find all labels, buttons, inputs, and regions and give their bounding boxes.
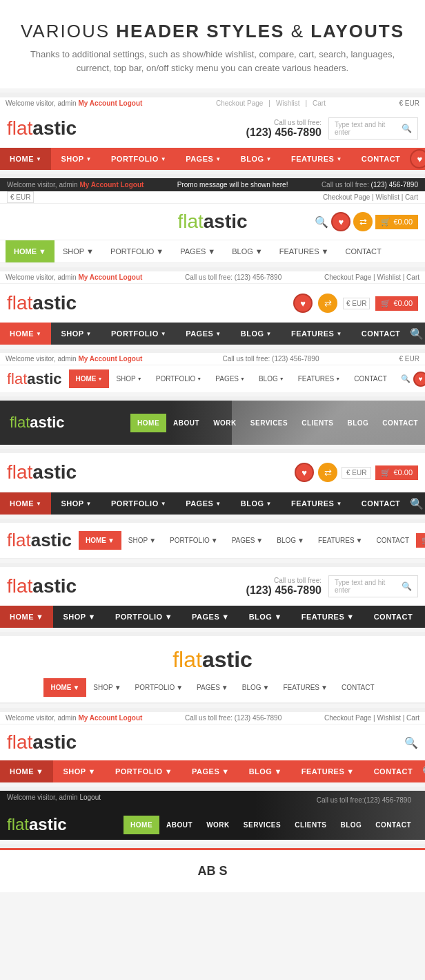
- h2-account-link[interactable]: My Account Logout: [79, 181, 144, 189]
- search-icon[interactable]: 🔍: [402, 124, 412, 133]
- nav-pages[interactable]: PAGES ▼: [176, 148, 231, 170]
- nav-shop[interactable]: SHOP ▼: [86, 678, 128, 697]
- cart-widget[interactable]: 🛒 €0.00: [375, 296, 418, 311]
- search-icon[interactable]: 🔍: [422, 765, 425, 778]
- wishlist-link[interactable]: Wishlist: [276, 99, 299, 107]
- nav-contact[interactable]: CONTACT: [352, 323, 410, 345]
- nav-home[interactable]: HOME: [123, 816, 159, 834]
- search-icon[interactable]: 🔍: [315, 215, 328, 229]
- nav-home[interactable]: HOME ▼: [43, 678, 86, 697]
- nav-features[interactable]: FEATURES ▼: [281, 323, 352, 345]
- nav-blog[interactable]: BLOG ▼: [235, 678, 277, 697]
- nav-services[interactable]: Services: [237, 816, 288, 834]
- nav-home[interactable]: HOME: [130, 414, 166, 432]
- nav-shop[interactable]: SHOP ▼: [51, 492, 101, 515]
- nav-features[interactable]: FEATURES ▼: [292, 606, 364, 628]
- h1-account-link[interactable]: My Account Logout: [78, 99, 142, 107]
- nav-blog[interactable]: BLOG ▼: [231, 492, 281, 515]
- wishlist-icon[interactable]: ♥: [293, 294, 313, 313]
- cart-link[interactable]: Cart: [313, 99, 326, 107]
- nav-work[interactable]: WORK: [199, 816, 237, 834]
- nav-about[interactable]: ABOUT: [166, 414, 206, 432]
- nav-shop[interactable]: SHOP ▼: [51, 148, 101, 170]
- cart-widget[interactable]: 🛒 €0.00: [375, 465, 418, 480]
- nav-pages[interactable]: PAGES ▼: [176, 492, 231, 515]
- nav-clients[interactable]: CLIENTS: [288, 816, 333, 834]
- nav-contact[interactable]: CONTACT: [352, 148, 410, 170]
- nav-features[interactable]: FEATURES ▼: [276, 678, 335, 697]
- nav-contact[interactable]: CONTACT: [347, 369, 394, 388]
- cart-widget[interactable]: 🛒 €0.00: [375, 215, 418, 229]
- nav-features[interactable]: FEATURES ▼: [292, 760, 364, 782]
- nav-pages[interactable]: PAGES ▼: [225, 531, 270, 550]
- nav-blog[interactable]: BLOG ▼: [224, 240, 270, 262]
- wishlist-icon[interactable]: ♥: [410, 149, 425, 169]
- h3-account-link[interactable]: My Account Logout: [78, 273, 142, 281]
- compare-icon[interactable]: ⇄: [318, 463, 337, 482]
- nav-home[interactable]: HOME ▼: [0, 492, 51, 515]
- nav-portfolio[interactable]: PORTFOLIO ▼: [101, 148, 176, 170]
- nav-home[interactable]: HOME ▼: [0, 606, 53, 628]
- nav-contact[interactable]: CONTACT: [364, 760, 422, 782]
- wishlist-icon[interactable]: ♥: [413, 372, 425, 387]
- search-icon[interactable]: 🔍: [410, 497, 425, 510]
- nav-portfolio[interactable]: PORTFOLIO ▼: [101, 323, 176, 345]
- nav-pages[interactable]: PAGES ▼: [182, 760, 239, 782]
- nav-shop[interactable]: SHOP ▼: [53, 760, 106, 782]
- nav-home[interactable]: HOME ▼: [0, 760, 53, 782]
- nav-features[interactable]: FEATURES ▼: [311, 531, 370, 550]
- nav-pages[interactable]: PAGES ▼: [190, 678, 235, 697]
- nav-blog[interactable]: BLOG ▼: [239, 606, 292, 628]
- nav-home[interactable]: HOME ▼: [79, 531, 121, 550]
- nav-contact[interactable]: CONTACT: [352, 492, 410, 515]
- nav-contact[interactable]: CONTACT: [364, 606, 422, 628]
- cart-widget[interactable]: 🛒 €0.00: [416, 533, 425, 548]
- nav-portfolio[interactable]: PORTFOLIO ▼: [106, 606, 182, 628]
- h10-account-link[interactable]: My Account Logout: [78, 714, 142, 722]
- wishlist-icon[interactable]: ♥: [331, 212, 350, 231]
- nav-contact[interactable]: CONTACT: [335, 678, 382, 697]
- nav-contact[interactable]: CONTACT: [375, 414, 425, 432]
- nav-shop[interactable]: SHOP ▼: [121, 531, 163, 550]
- nav-features[interactable]: FEATURES ▼: [271, 240, 337, 262]
- nav-shop[interactable]: SHOP ▼: [55, 240, 102, 262]
- nav-home[interactable]: HOME ▼: [69, 369, 110, 388]
- nav-portfolio[interactable]: PORTFOLIO ▼: [163, 531, 225, 550]
- nav-services[interactable]: Services: [244, 414, 295, 432]
- nav-shop[interactable]: SHOP ▼: [53, 606, 106, 628]
- nav-portfolio[interactable]: PORTFOLIO ▼: [101, 492, 176, 515]
- nav-blog[interactable]: BLOG ▼: [231, 323, 281, 345]
- h1-search[interactable]: Type text and hit enter 🔍: [328, 117, 418, 140]
- compare-icon[interactable]: ⇄: [318, 294, 337, 313]
- nav-contact[interactable]: CONTACT: [369, 531, 416, 550]
- h4-account-link[interactable]: My Account Logout: [78, 355, 142, 363]
- nav-home[interactable]: HOME ▼: [0, 323, 51, 345]
- nav-portfolio[interactable]: PORTFOLIO ▼: [102, 240, 172, 262]
- nav-blog[interactable]: BLOG ▼: [231, 148, 281, 170]
- nav-features[interactable]: FEATURES ▼: [281, 148, 352, 170]
- nav-blog[interactable]: BLOG ▼: [252, 369, 291, 388]
- nav-pages[interactable]: PAGES ▼: [208, 369, 252, 388]
- nav-contact[interactable]: CONTACT: [368, 816, 418, 834]
- search-icon[interactable]: 🔍: [401, 374, 411, 383]
- nav-pages[interactable]: PAGES ▼: [176, 323, 231, 345]
- compare-icon[interactable]: ⇄: [353, 212, 373, 231]
- nav-features[interactable]: FEATURES ▼: [281, 492, 352, 515]
- nav-blog[interactable]: BLOG: [340, 414, 375, 432]
- nav-shop[interactable]: SHOP ▼: [51, 323, 101, 345]
- nav-blog[interactable]: BLOG ▼: [239, 760, 292, 782]
- nav-clients[interactable]: CLIENTS: [295, 414, 340, 432]
- wishlist-icon[interactable]: ♥: [295, 463, 314, 482]
- nav-pages[interactable]: PAGES ▼: [182, 606, 239, 628]
- nav-pages[interactable]: PAGES ▼: [172, 240, 224, 262]
- nav-blog[interactable]: BLOG ▼: [270, 531, 311, 550]
- nav-portfolio[interactable]: PORTFOLIO ▼: [128, 678, 190, 697]
- nav-portfolio[interactable]: PORTFOLIO ▼: [106, 760, 182, 782]
- checkout-link[interactable]: Checkout Page: [216, 99, 263, 107]
- h8-search[interactable]: Type text and hit enter 🔍: [328, 575, 418, 597]
- nav-about[interactable]: ABOUT: [159, 816, 199, 834]
- nav-features[interactable]: FEATURES ▼: [291, 369, 348, 388]
- nav-shop[interactable]: SHOP ▼: [109, 369, 148, 388]
- nav-contact[interactable]: CONTACT: [337, 240, 389, 262]
- nav-work[interactable]: WORK: [206, 414, 244, 432]
